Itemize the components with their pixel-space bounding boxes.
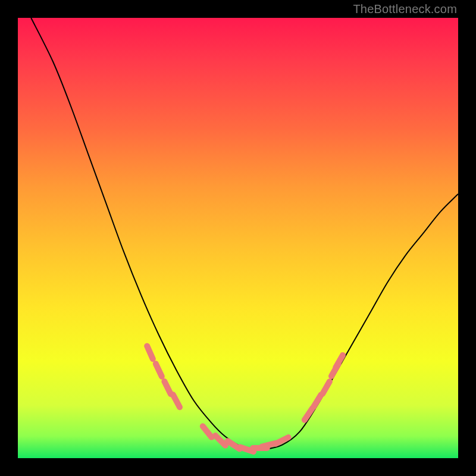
curve-marker — [156, 364, 162, 376]
bottleneck-curve — [18, 18, 458, 458]
curve-marker — [173, 394, 180, 407]
curve-marker — [305, 408, 312, 420]
chart-frame: TheBottleneck.com — [0, 0, 476, 476]
curve-marker — [203, 426, 212, 437]
curve-marker — [164, 381, 171, 394]
watermark-text: TheBottleneck.com — [353, 2, 457, 16]
curve-marker — [314, 395, 321, 407]
curve-markers — [147, 346, 343, 452]
curve-marker — [336, 355, 343, 368]
curve-marker — [322, 381, 330, 394]
curve-marker — [147, 346, 153, 359]
curve-marker — [215, 436, 226, 446]
plot-area — [18, 18, 458, 458]
curve-path — [31, 18, 458, 450]
